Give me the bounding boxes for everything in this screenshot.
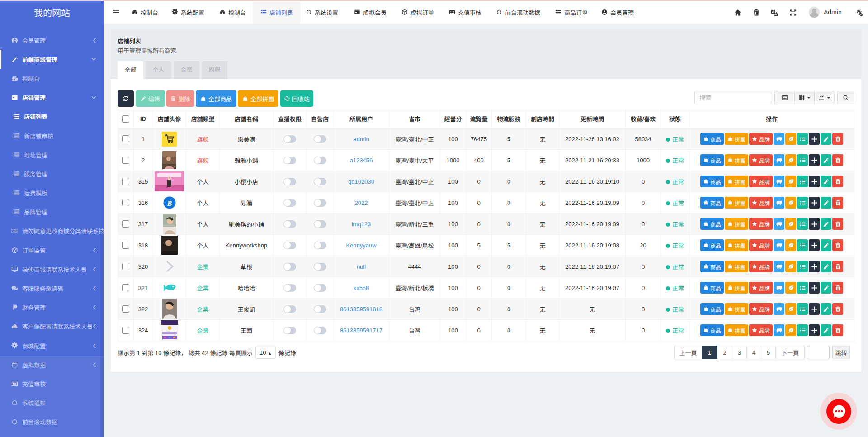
svg-text:B: B [166,200,172,207]
